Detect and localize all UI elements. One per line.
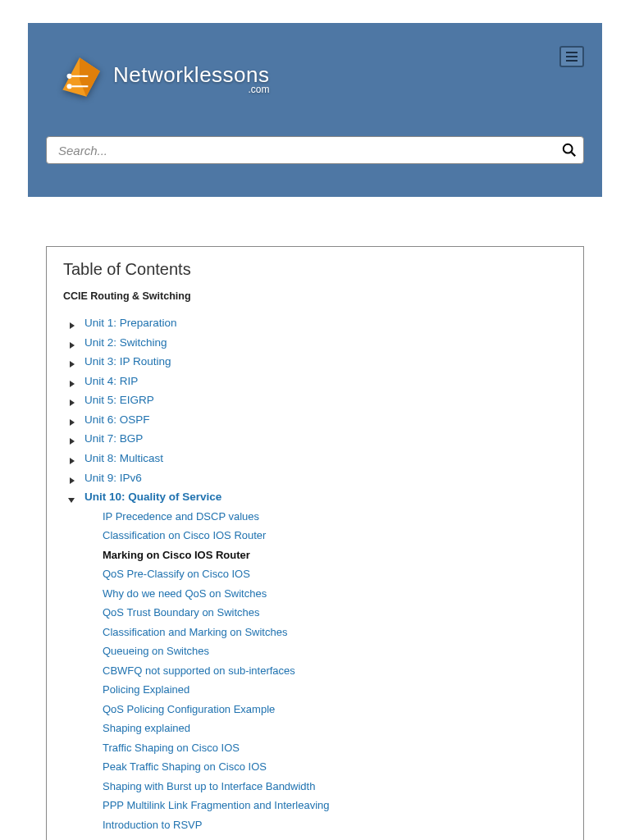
unit-link[interactable]: Unit 6: OSPF <box>84 413 150 426</box>
sub-item: Policing Explained <box>103 680 567 700</box>
sub-link[interactable]: QoS Trust Boundary on Switches <box>103 606 259 619</box>
search-input[interactable] <box>58 144 562 158</box>
unit-link[interactable]: Unit 9: IPv6 <box>84 472 142 484</box>
sub-link[interactable]: Classification on Cisco IOS Router <box>103 529 266 541</box>
sub-item: Traffic Shaping on Cisco IOS <box>103 738 567 758</box>
chevron-down-icon[interactable] <box>66 491 78 503</box>
sub-item: QoS Pre-Classify on Cisco IOS <box>103 564 567 584</box>
sub-item: RSVP DSBM (Designated Subnetwork Bandwid… <box>103 834 567 840</box>
unit-link[interactable]: Unit 10: Quality of Service <box>84 491 221 503</box>
header: Networklessons .com <box>28 23 602 197</box>
sub-link[interactable]: Policing Explained <box>103 683 189 696</box>
logo-icon <box>54 54 105 105</box>
unit-item: Unit 8: Multicast <box>66 449 567 468</box>
chevron-right-icon[interactable] <box>66 376 78 387</box>
sub-link[interactable]: Marking on Cisco IOS Router <box>103 549 250 561</box>
sub-link[interactable]: CBWFQ not supported on sub-interfaces <box>103 664 295 677</box>
sub-link[interactable]: QoS Policing Configuration Example <box>103 703 275 715</box>
toc-title: Table of Contents <box>63 260 567 279</box>
header-top: Networklessons .com <box>46 46 584 105</box>
unit-link[interactable]: Unit 7: BGP <box>84 432 143 445</box>
unit-item: Unit 10: Quality of Service <box>66 487 567 507</box>
unit-item: Unit 4: RIP <box>66 372 567 391</box>
content: Table of Contents CCIE Routing & Switchi… <box>28 197 602 840</box>
sub-link[interactable]: Queueing on Switches <box>103 645 209 657</box>
sub-item: Shaping explained <box>103 719 567 738</box>
chevron-right-icon[interactable] <box>66 356 78 368</box>
sub-item: Classification on Cisco IOS Router <box>103 526 567 546</box>
svg-point-1 <box>67 84 72 89</box>
sub-item: Peak Traffic Shaping on Cisco IOS <box>103 757 567 777</box>
sub-item: IP Precedence and DSCP values <box>103 507 567 527</box>
unit-item: Unit 2: Switching <box>66 333 567 353</box>
unit-link[interactable]: Unit 2: Switching <box>84 336 167 349</box>
unit-item: Unit 7: BGP <box>66 429 567 449</box>
unit-link[interactable]: Unit 8: Multicast <box>84 452 163 464</box>
menu-button[interactable] <box>559 46 584 67</box>
sub-item: QoS Policing Configuration Example <box>103 700 567 719</box>
sub-item: Marking on Cisco IOS Router <box>103 546 567 565</box>
svg-point-4 <box>564 144 573 153</box>
brand-name: Networklessons <box>113 64 270 85</box>
unit-item: Unit 1: Preparation <box>66 313 567 333</box>
sub-item: CBWFQ not supported on sub-interfaces <box>103 661 567 681</box>
sub-item: Introduction to RSVP <box>103 815 567 835</box>
chevron-right-icon[interactable] <box>66 337 78 349</box>
unit-item: Unit 9: IPv6 <box>66 468 567 488</box>
sub-item: Queueing on Switches <box>103 641 567 661</box>
unit-link[interactable]: Unit 1: Preparation <box>84 317 177 329</box>
search-bar[interactable] <box>46 136 584 164</box>
svg-point-0 <box>67 74 72 79</box>
sub-item: QoS Trust Boundary on Switches <box>103 603 567 623</box>
unit-link[interactable]: Unit 4: RIP <box>84 375 138 387</box>
sub-link[interactable]: Shaping with Burst up to Interface Bandw… <box>103 780 315 792</box>
sub-item: Classification and Marking on Switches <box>103 623 567 642</box>
sub-link[interactable]: IP Precedence and DSCP values <box>103 510 259 523</box>
logo-text-wrap: Networklessons .com <box>113 64 270 95</box>
unit-item: Unit 5: EIGRP <box>66 390 567 410</box>
sub-link[interactable]: Introduction to RSVP <box>103 819 202 831</box>
svg-line-5 <box>572 153 576 157</box>
sub-link[interactable]: Traffic Shaping on Cisco IOS <box>103 742 240 754</box>
unit-item: Unit 6: OSPF <box>66 410 567 430</box>
unit-link[interactable]: Unit 3: IP Routing <box>84 355 171 368</box>
sub-link[interactable]: Peak Traffic Shaping on Cisco IOS <box>103 760 267 773</box>
sub-list: IP Precedence and DSCP valuesClassificat… <box>103 507 567 840</box>
sub-item: PPP Multilink Link Fragmention and Inter… <box>103 796 567 815</box>
hamburger-icon <box>566 52 578 53</box>
sub-item: Shaping with Burst up to Interface Bandw… <box>103 777 567 797</box>
chevron-right-icon[interactable] <box>66 453 78 464</box>
search-icon[interactable] <box>562 143 577 158</box>
unit-link[interactable]: Unit 5: EIGRP <box>84 394 154 406</box>
chevron-right-icon[interactable] <box>66 433 78 445</box>
sub-link[interactable]: Shaping explained <box>103 722 190 734</box>
chevron-right-icon[interactable] <box>66 414 78 426</box>
sub-link[interactable]: Why do we need QoS on Switches <box>103 587 267 600</box>
chevron-right-icon[interactable] <box>66 472 78 484</box>
sub-link[interactable]: Classification and Marking on Switches <box>103 626 287 638</box>
table-of-contents: Table of Contents CCIE Routing & Switchi… <box>46 246 584 840</box>
chevron-right-icon[interactable] <box>66 395 78 406</box>
unit-list: Unit 1: PreparationUnit 2: SwitchingUnit… <box>63 313 567 840</box>
sub-item: Why do we need QoS on Switches <box>103 584 567 604</box>
logo[interactable]: Networklessons .com <box>54 54 270 105</box>
unit-item: Unit 3: IP Routing <box>66 352 567 372</box>
sub-link[interactable]: QoS Pre-Classify on Cisco IOS <box>103 568 250 580</box>
toc-subtitle: CCIE Routing & Switching <box>63 290 567 302</box>
page-container: Networklessons .com Table of Contents <box>0 0 630 840</box>
chevron-right-icon[interactable] <box>66 317 78 329</box>
sub-link[interactable]: PPP Multilink Link Fragmention and Inter… <box>103 799 330 811</box>
